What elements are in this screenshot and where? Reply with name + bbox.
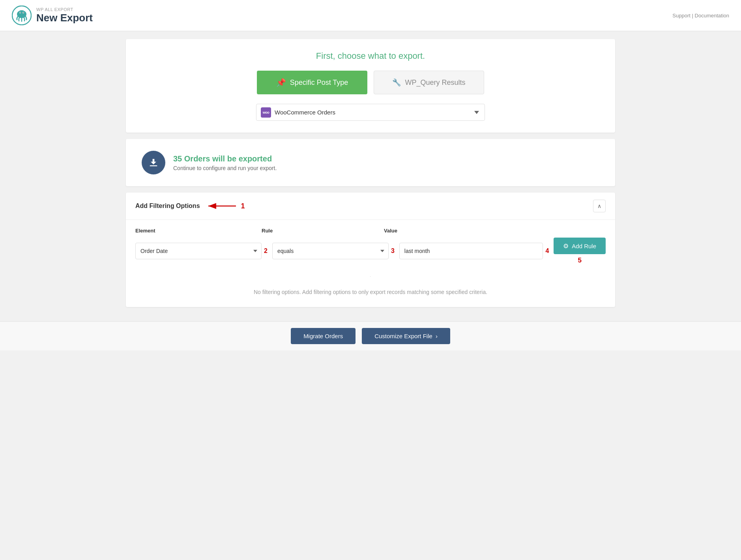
filter-title: Add Filtering Options bbox=[135, 202, 200, 210]
documentation-link[interactable]: Documentation bbox=[695, 13, 729, 19]
filtering-card: Add Filtering Options 1 ∧ bbox=[126, 193, 615, 307]
choose-title: First, choose what to export. bbox=[142, 51, 599, 61]
rule-select-wrapper: equals not equals greater than less than… bbox=[272, 243, 395, 259]
annotation-1: 1 bbox=[241, 202, 245, 210]
count-subtext: Continue to configure and run your expor… bbox=[173, 165, 277, 171]
value-label: Value bbox=[384, 228, 606, 234]
filter-empty-message: No filtering options. Add filtering opti… bbox=[135, 281, 606, 299]
specific-post-type-label: Specific Post Type bbox=[290, 79, 348, 87]
rule-label: Rule bbox=[262, 228, 384, 234]
filter-inputs-row: Order Date Order Status Order Total Cust… bbox=[135, 238, 606, 264]
gear-icon: ⚙ bbox=[563, 242, 569, 250]
wrench-icon: 🔧 bbox=[392, 78, 401, 87]
add-rule-button[interactable]: ⚙ Add Rule bbox=[554, 238, 606, 254]
wpquery-results-label: WP_Query Results bbox=[405, 79, 465, 87]
post-type-dropdown-row: woo WooCommerce Orders Posts Pages Produ… bbox=[142, 104, 599, 121]
svg-rect-7 bbox=[150, 165, 157, 166]
customize-export-button[interactable]: Customize Export File › bbox=[362, 328, 450, 344]
post-type-select-wrapper: woo WooCommerce Orders Posts Pages Produ… bbox=[256, 104, 485, 121]
bottom-bar: Migrate Orders Customize Export File › bbox=[0, 321, 741, 350]
add-rule-label: Add Rule bbox=[572, 243, 596, 249]
post-type-select[interactable]: WooCommerce Orders Posts Pages Products … bbox=[256, 104, 485, 121]
svg-point-6 bbox=[23, 12, 24, 13]
value-input-wrapper: 4 bbox=[399, 243, 549, 259]
woo-badge: woo bbox=[261, 107, 271, 118]
count-headline-suffix: Orders will be exported bbox=[182, 154, 272, 163]
filter-labels: Element Rule Value bbox=[135, 228, 606, 234]
wpquery-results-button[interactable]: 🔧 WP_Query Results bbox=[374, 71, 484, 94]
title-block: WP ALL EXPORT New Export bbox=[36, 7, 93, 24]
element-select-wrapper: Order Date Order Status Order Total Cust… bbox=[135, 243, 268, 259]
migrate-orders-button[interactable]: Migrate Orders bbox=[291, 328, 356, 344]
annotation-2: 2 bbox=[264, 247, 268, 255]
export-count-card: 35 Orders will be exported Continue to c… bbox=[126, 139, 615, 186]
export-type-buttons: 📌 Specific Post Type 🔧 WP_Query Results bbox=[142, 71, 599, 94]
brand-large: New Export bbox=[36, 12, 93, 24]
specific-post-type-button[interactable]: 📌 Specific Post Type bbox=[257, 71, 367, 94]
count-headline: 35 Orders will be exported bbox=[173, 154, 277, 163]
migrate-orders-label: Migrate Orders bbox=[303, 333, 343, 339]
link-separator: | bbox=[692, 13, 693, 19]
arrow-annotation: 1 bbox=[206, 202, 245, 210]
order-count: 35 bbox=[173, 154, 182, 163]
element-select[interactable]: Order Date Order Status Order Total Cust… bbox=[135, 243, 262, 259]
annotation-4: 4 bbox=[545, 247, 549, 255]
download-icon bbox=[148, 157, 159, 168]
pin-icon: 📌 bbox=[276, 78, 286, 87]
add-rule-wrapper: ⚙ Add Rule 5 bbox=[554, 238, 606, 264]
element-label: Element bbox=[135, 228, 262, 234]
chevron-up-icon: ∧ bbox=[597, 203, 601, 209]
logo-icon bbox=[12, 6, 32, 25]
count-icon-circle bbox=[142, 151, 165, 174]
chevron-right-icon: › bbox=[436, 333, 438, 339]
support-link[interactable]: Support bbox=[672, 13, 690, 19]
brand-small: WP ALL EXPORT bbox=[36, 7, 93, 12]
header-links: Support | Documentation bbox=[672, 13, 729, 19]
filter-title-row: Add Filtering Options 1 bbox=[135, 202, 245, 210]
count-text-block: 35 Orders will be exported Continue to c… bbox=[173, 154, 277, 171]
svg-point-5 bbox=[20, 12, 21, 13]
rule-select[interactable]: equals not equals greater than less than… bbox=[272, 243, 389, 259]
customize-export-label: Customize Export File bbox=[374, 333, 432, 339]
collapse-button[interactable]: ∧ bbox=[593, 200, 606, 212]
app-header: WP ALL EXPORT New Export Support | Docum… bbox=[0, 0, 741, 31]
annotation-5: 5 bbox=[578, 257, 581, 264]
filter-body: Element Rule Value Order Date Order Stat… bbox=[126, 220, 615, 307]
main-content: First, choose what to export. 📌 Specific… bbox=[114, 31, 627, 321]
brand-area: WP ALL EXPORT New Export bbox=[12, 6, 93, 25]
filter-header: Add Filtering Options 1 ∧ bbox=[126, 193, 615, 220]
red-arrow-icon bbox=[206, 202, 238, 210]
export-type-card: First, choose what to export. 📌 Specific… bbox=[126, 39, 615, 133]
annotation-3: 3 bbox=[391, 247, 395, 255]
value-input[interactable] bbox=[399, 243, 543, 259]
